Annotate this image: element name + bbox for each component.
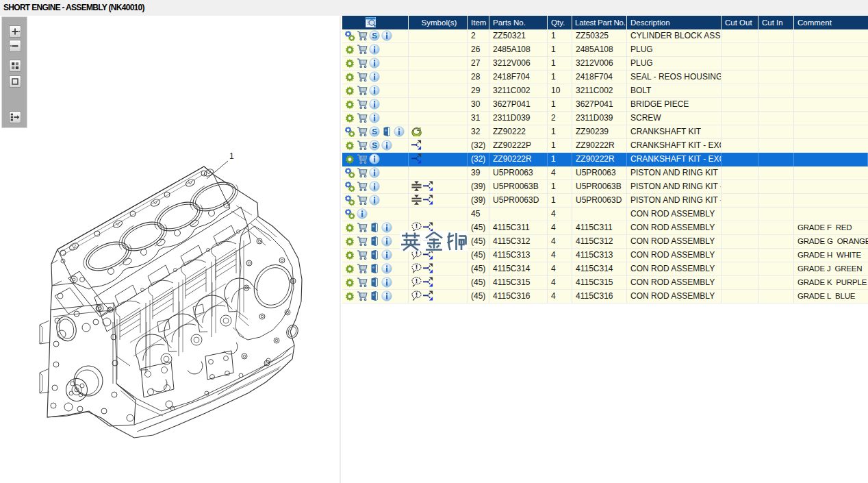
svg-text:1: 1 bbox=[229, 151, 234, 161]
